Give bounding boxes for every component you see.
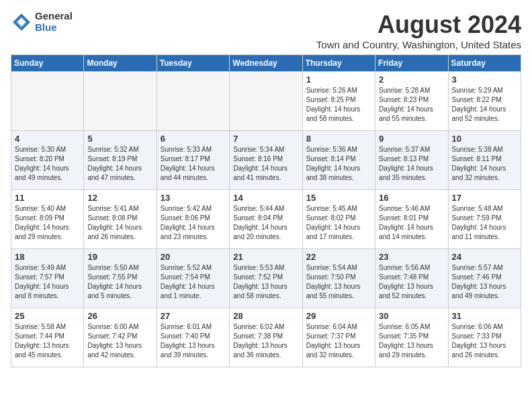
day-info: Sunrise: 5:40 AM Sunset: 8:09 PM Dayligh…: [15, 204, 80, 242]
calendar-cell: 30Sunrise: 6:05 AM Sunset: 7:35 PM Dayli…: [375, 308, 448, 367]
logo-text: General Blue: [35, 11, 73, 33]
day-number: 25: [15, 311, 80, 321]
calendar-cell: 9Sunrise: 5:37 AM Sunset: 8:13 PM Daylig…: [375, 131, 448, 190]
day-info: Sunrise: 6:06 AM Sunset: 7:33 PM Dayligh…: [452, 322, 517, 360]
main-title: August 2024: [316, 11, 521, 39]
day-info: Sunrise: 5:30 AM Sunset: 8:20 PM Dayligh…: [15, 145, 80, 183]
calendar-cell: 13Sunrise: 5:42 AM Sunset: 8:06 PM Dayli…: [157, 190, 229, 249]
day-info: Sunrise: 6:00 AM Sunset: 7:42 PM Dayligh…: [87, 322, 152, 360]
day-number: 9: [379, 134, 444, 144]
week-row-2: 4Sunrise: 5:30 AM Sunset: 8:20 PM Daylig…: [11, 131, 521, 190]
day-number: 22: [306, 252, 371, 262]
day-info: Sunrise: 5:28 AM Sunset: 8:23 PM Dayligh…: [379, 86, 444, 124]
subtitle: Town and Country, Washington, United Sta…: [316, 39, 521, 50]
day-info: Sunrise: 5:36 AM Sunset: 8:14 PM Dayligh…: [306, 145, 371, 183]
day-number: 12: [87, 193, 152, 203]
header-thursday: Thursday: [302, 55, 375, 72]
day-info: Sunrise: 5:33 AM Sunset: 8:17 PM Dayligh…: [161, 145, 226, 183]
header-saturday: Saturday: [448, 55, 521, 72]
day-info: Sunrise: 5:58 AM Sunset: 7:44 PM Dayligh…: [15, 322, 80, 360]
calendar-cell: 22Sunrise: 5:54 AM Sunset: 7:50 PM Dayli…: [302, 249, 375, 308]
day-info: Sunrise: 5:46 AM Sunset: 8:01 PM Dayligh…: [379, 204, 444, 242]
day-info: Sunrise: 5:57 AM Sunset: 7:46 PM Dayligh…: [452, 263, 517, 301]
calendar-cell: [230, 72, 302, 131]
calendar-cell: 24Sunrise: 5:57 AM Sunset: 7:46 PM Dayli…: [448, 249, 521, 308]
day-info: Sunrise: 6:04 AM Sunset: 7:37 PM Dayligh…: [306, 322, 371, 360]
day-number: 23: [379, 252, 444, 262]
day-info: Sunrise: 6:05 AM Sunset: 7:35 PM Dayligh…: [379, 322, 444, 360]
week-row-4: 18Sunrise: 5:49 AM Sunset: 7:57 PM Dayli…: [11, 249, 521, 308]
title-section: August 2024 Town and Country, Washington…: [316, 11, 521, 50]
day-info: Sunrise: 5:26 AM Sunset: 8:25 PM Dayligh…: [306, 86, 371, 124]
day-info: Sunrise: 5:50 AM Sunset: 7:55 PM Dayligh…: [87, 263, 152, 301]
day-number: 19: [87, 252, 152, 262]
calendar-cell: 19Sunrise: 5:50 AM Sunset: 7:55 PM Dayli…: [84, 249, 157, 308]
day-number: 5: [87, 134, 152, 144]
day-number: 2: [379, 75, 444, 85]
header-wednesday: Wednesday: [230, 55, 302, 72]
day-number: 16: [379, 193, 444, 203]
calendar-cell: 5Sunrise: 5:32 AM Sunset: 8:19 PM Daylig…: [84, 131, 157, 190]
day-info: Sunrise: 5:34 AM Sunset: 8:16 PM Dayligh…: [233, 145, 298, 183]
calendar-cell: 15Sunrise: 5:45 AM Sunset: 8:02 PM Dayli…: [302, 190, 375, 249]
day-number: 21: [233, 252, 298, 262]
calendar-cell: [11, 72, 84, 131]
week-row-1: 1Sunrise: 5:26 AM Sunset: 8:25 PM Daylig…: [11, 72, 521, 131]
logo-icon: [11, 11, 32, 33]
logo-general: General: [35, 11, 73, 22]
calendar-cell: 23Sunrise: 5:56 AM Sunset: 7:48 PM Dayli…: [375, 249, 448, 308]
day-number: 7: [233, 134, 298, 144]
header-sunday: Sunday: [11, 55, 84, 72]
day-info: Sunrise: 5:56 AM Sunset: 7:48 PM Dayligh…: [379, 263, 444, 301]
calendar-cell: 14Sunrise: 5:44 AM Sunset: 8:04 PM Dayli…: [230, 190, 302, 249]
calendar-cell: 3Sunrise: 5:29 AM Sunset: 8:22 PM Daylig…: [448, 72, 521, 131]
day-number: 31: [452, 311, 517, 321]
calendar-cell: [84, 72, 157, 131]
day-number: 10: [452, 134, 517, 144]
page-header: General Blue August 2024 Town and Countr…: [11, 11, 521, 50]
day-number: 18: [15, 252, 80, 262]
calendar-cell: [157, 72, 229, 131]
day-number: 20: [161, 252, 226, 262]
calendar-cell: 21Sunrise: 5:53 AM Sunset: 7:52 PM Dayli…: [230, 249, 302, 308]
day-info: Sunrise: 5:38 AM Sunset: 8:11 PM Dayligh…: [452, 145, 517, 183]
calendar-cell: 16Sunrise: 5:46 AM Sunset: 8:01 PM Dayli…: [375, 190, 448, 249]
day-info: Sunrise: 5:48 AM Sunset: 7:59 PM Dayligh…: [452, 204, 517, 242]
day-info: Sunrise: 6:02 AM Sunset: 7:38 PM Dayligh…: [233, 322, 298, 360]
day-info: Sunrise: 6:01 AM Sunset: 7:40 PM Dayligh…: [161, 322, 226, 360]
day-info: Sunrise: 5:42 AM Sunset: 8:06 PM Dayligh…: [161, 204, 226, 242]
calendar-cell: 29Sunrise: 6:04 AM Sunset: 7:37 PM Dayli…: [302, 308, 375, 367]
day-info: Sunrise: 5:44 AM Sunset: 8:04 PM Dayligh…: [233, 204, 298, 242]
day-number: 14: [233, 193, 298, 203]
day-number: 15: [306, 193, 371, 203]
day-number: 30: [379, 311, 444, 321]
header-monday: Monday: [84, 55, 157, 72]
day-info: Sunrise: 5:41 AM Sunset: 8:08 PM Dayligh…: [87, 204, 152, 242]
day-number: 13: [161, 193, 226, 203]
header-row: SundayMondayTuesdayWednesdayThursdayFrid…: [11, 55, 521, 72]
header-friday: Friday: [375, 55, 448, 72]
logo-blue: Blue: [35, 22, 73, 34]
week-row-3: 11Sunrise: 5:40 AM Sunset: 8:09 PM Dayli…: [11, 190, 521, 249]
day-info: Sunrise: 5:53 AM Sunset: 7:52 PM Dayligh…: [233, 263, 298, 301]
calendar-cell: 1Sunrise: 5:26 AM Sunset: 8:25 PM Daylig…: [302, 72, 375, 131]
day-info: Sunrise: 5:54 AM Sunset: 7:50 PM Dayligh…: [306, 263, 371, 301]
day-number: 24: [452, 252, 517, 262]
calendar-cell: 18Sunrise: 5:49 AM Sunset: 7:57 PM Dayli…: [11, 249, 84, 308]
day-info: Sunrise: 5:45 AM Sunset: 8:02 PM Dayligh…: [306, 204, 371, 242]
day-number: 27: [161, 311, 226, 321]
day-number: 28: [233, 311, 298, 321]
day-number: 17: [452, 193, 517, 203]
calendar-cell: 10Sunrise: 5:38 AM Sunset: 8:11 PM Dayli…: [448, 131, 521, 190]
calendar-cell: 4Sunrise: 5:30 AM Sunset: 8:20 PM Daylig…: [11, 131, 84, 190]
day-info: Sunrise: 5:32 AM Sunset: 8:19 PM Dayligh…: [87, 145, 152, 183]
day-number: 8: [306, 134, 371, 144]
calendar-table: SundayMondayTuesdayWednesdayThursdayFrid…: [11, 54, 521, 367]
header-tuesday: Tuesday: [157, 55, 229, 72]
day-number: 1: [306, 75, 371, 85]
day-info: Sunrise: 5:49 AM Sunset: 7:57 PM Dayligh…: [15, 263, 80, 301]
day-number: 3: [452, 75, 517, 85]
day-info: Sunrise: 5:52 AM Sunset: 7:54 PM Dayligh…: [161, 263, 226, 301]
day-number: 26: [87, 311, 152, 321]
calendar-cell: 27Sunrise: 6:01 AM Sunset: 7:40 PM Dayli…: [157, 308, 229, 367]
